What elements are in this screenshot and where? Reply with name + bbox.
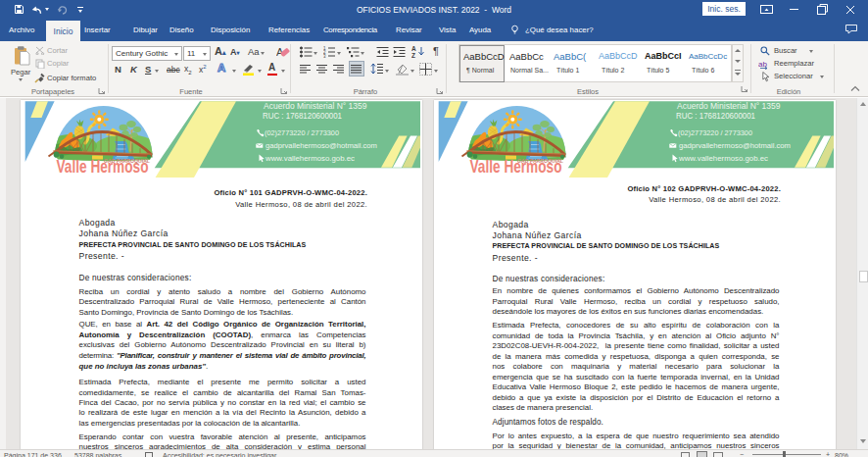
svg-text:3: 3 [323, 54, 326, 58]
svg-text:A: A [411, 45, 416, 52]
svg-text:Z: Z [411, 52, 415, 59]
